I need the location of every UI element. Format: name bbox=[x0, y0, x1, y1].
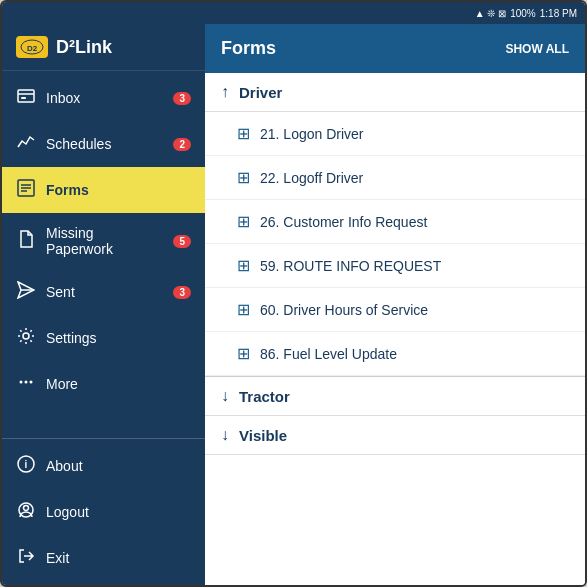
logout-icon bbox=[16, 501, 36, 523]
form-22-label: 22. Logoff Driver bbox=[260, 170, 363, 186]
form-22-icon: ⊞ bbox=[237, 168, 250, 187]
settings-icon bbox=[16, 327, 36, 349]
svg-point-10 bbox=[23, 333, 29, 339]
logo-text: D²Link bbox=[56, 37, 112, 58]
battery-level: 100% bbox=[510, 8, 536, 19]
more-label: More bbox=[46, 376, 78, 392]
main-content: Forms SHOW ALL ↑ Driver ⊞ 21. Logon Driv… bbox=[205, 24, 585, 585]
tractor-arrow-icon: ↓ bbox=[221, 387, 229, 405]
sent-badge: 3 bbox=[173, 286, 191, 299]
svg-point-11 bbox=[20, 381, 23, 384]
form-item-21[interactable]: ⊞ 21. Logon Driver bbox=[205, 112, 585, 156]
svg-rect-2 bbox=[18, 90, 34, 102]
visible-section-title: Visible bbox=[239, 427, 287, 444]
sidebar-logo: D2 D²Link bbox=[2, 24, 205, 71]
form-59-icon: ⊞ bbox=[237, 256, 250, 275]
sidebar-item-sent[interactable]: Sent 3 bbox=[2, 269, 205, 315]
exit-label: Exit bbox=[46, 550, 69, 566]
sidebar-item-schedules[interactable]: Schedules 2 bbox=[2, 121, 205, 167]
forms-icon bbox=[16, 179, 36, 201]
forms-list: ↑ Driver ⊞ 21. Logon Driver ⊞ 22. Logoff… bbox=[205, 73, 585, 585]
svg-text:D2: D2 bbox=[27, 44, 38, 53]
form-26-label: 26. Customer Info Request bbox=[260, 214, 427, 230]
visible-arrow-icon: ↓ bbox=[221, 426, 229, 444]
driver-arrow-icon: ↑ bbox=[221, 83, 229, 101]
main-header: Forms SHOW ALL bbox=[205, 24, 585, 73]
main-title: Forms bbox=[221, 38, 276, 59]
schedules-badge: 2 bbox=[173, 138, 191, 151]
section-tractor-header[interactable]: ↓ Tractor bbox=[205, 376, 585, 416]
form-item-86[interactable]: ⊞ 86. Fuel Level Update bbox=[205, 332, 585, 376]
form-item-59[interactable]: ⊞ 59. ROUTE INFO REQUEST bbox=[205, 244, 585, 288]
about-icon: i bbox=[16, 455, 36, 477]
svg-rect-3 bbox=[21, 97, 26, 99]
status-bar: ▲ ❊ ⊠ 100% 1:18 PM bbox=[2, 2, 585, 24]
form-item-60[interactable]: ⊞ 60. Driver Hours of Service bbox=[205, 288, 585, 332]
svg-point-17 bbox=[24, 506, 29, 511]
sidebar-nav: Inbox 3 Schedules 2 bbox=[2, 71, 205, 438]
form-86-icon: ⊞ bbox=[237, 344, 250, 363]
sidebar-bottom: i About Logout bbox=[2, 438, 205, 585]
driver-section-title: Driver bbox=[239, 84, 282, 101]
status-time: 1:18 PM bbox=[540, 8, 577, 19]
schedules-label: Schedules bbox=[46, 136, 111, 152]
forms-label: Forms bbox=[46, 182, 89, 198]
settings-label: Settings bbox=[46, 330, 97, 346]
sent-icon bbox=[16, 281, 36, 303]
form-60-icon: ⊞ bbox=[237, 300, 250, 319]
form-item-26[interactable]: ⊞ 26. Customer Info Request bbox=[205, 200, 585, 244]
tractor-section-title: Tractor bbox=[239, 388, 290, 405]
form-21-icon: ⊞ bbox=[237, 124, 250, 143]
inbox-label: Inbox bbox=[46, 90, 80, 106]
sidebar-item-about[interactable]: i About bbox=[2, 443, 205, 489]
form-26-icon: ⊞ bbox=[237, 212, 250, 231]
sent-label: Sent bbox=[46, 284, 75, 300]
exit-icon bbox=[16, 547, 36, 569]
svg-point-12 bbox=[25, 381, 28, 384]
missing-paperwork-label: Missing Paperwork bbox=[46, 225, 163, 257]
svg-point-13 bbox=[30, 381, 33, 384]
schedules-icon bbox=[16, 133, 36, 155]
logout-label: Logout bbox=[46, 504, 89, 520]
more-icon bbox=[16, 373, 36, 395]
svg-text:i: i bbox=[25, 459, 28, 470]
form-59-label: 59. ROUTE INFO REQUEST bbox=[260, 258, 441, 274]
section-driver-header[interactable]: ↑ Driver bbox=[205, 73, 585, 112]
inbox-badge: 3 bbox=[173, 92, 191, 105]
sidebar-item-forms[interactable]: Forms bbox=[2, 167, 205, 213]
inbox-icon bbox=[16, 87, 36, 109]
status-icons: ▲ ❊ ⊠ bbox=[475, 8, 506, 19]
sidebar-item-inbox[interactable]: Inbox 3 bbox=[2, 75, 205, 121]
missing-paperwork-icon bbox=[16, 230, 36, 252]
missing-paperwork-badge: 5 bbox=[173, 235, 191, 248]
form-21-label: 21. Logon Driver bbox=[260, 126, 364, 142]
app-container: D2 D²Link Inbox 3 bbox=[2, 24, 585, 585]
show-all-button[interactable]: SHOW ALL bbox=[505, 42, 569, 56]
sidebar-item-exit[interactable]: Exit bbox=[2, 535, 205, 581]
about-label: About bbox=[46, 458, 83, 474]
device-frame: ▲ ❊ ⊠ 100% 1:18 PM D2 D²Link bbox=[0, 0, 587, 587]
sidebar-item-logout[interactable]: Logout bbox=[2, 489, 205, 535]
sidebar-item-more[interactable]: More bbox=[2, 361, 205, 407]
form-86-label: 86. Fuel Level Update bbox=[260, 346, 397, 362]
form-item-22[interactable]: ⊞ 22. Logoff Driver bbox=[205, 156, 585, 200]
sidebar-item-missing-paperwork[interactable]: Missing Paperwork 5 bbox=[2, 213, 205, 269]
sidebar-item-settings[interactable]: Settings bbox=[2, 315, 205, 361]
section-visible-header[interactable]: ↓ Visible bbox=[205, 416, 585, 455]
logo-icon: D2 bbox=[16, 36, 48, 58]
sidebar: D2 D²Link Inbox 3 bbox=[2, 24, 205, 585]
form-60-label: 60. Driver Hours of Service bbox=[260, 302, 428, 318]
